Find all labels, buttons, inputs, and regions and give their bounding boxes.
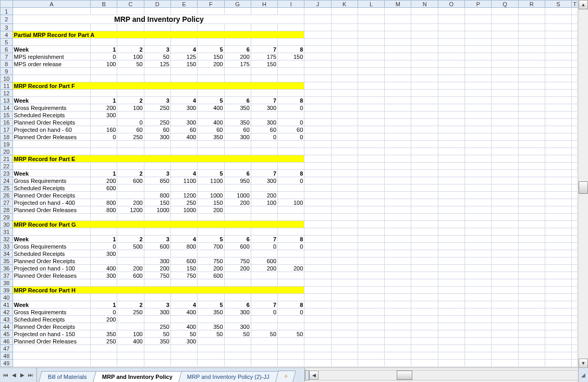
cell-C40[interactable] [117,294,144,301]
cell-L37[interactable] [358,272,384,279]
column-header-T[interactable]: T [572,1,578,8]
cell-M35[interactable] [385,257,411,265]
cell-C10[interactable] [117,75,144,82]
horizontal-scroll-thumb[interactable] [397,371,412,380]
cell-N7[interactable] [411,53,438,60]
cell-P9[interactable] [465,68,492,75]
data-cell[interactable]: 600 [198,272,224,279]
cell-O2[interactable] [438,15,464,24]
cell-O13[interactable] [438,97,464,104]
cell-D12[interactable] [144,90,170,97]
cell-L17[interactable] [358,126,384,133]
data-cell[interactable] [144,184,170,192]
cell-T8[interactable] [572,60,578,68]
cell-J29[interactable] [304,214,331,221]
data-cell[interactable] [198,184,224,192]
cell-T20[interactable] [572,148,578,155]
cell-D3[interactable] [144,24,170,31]
cell-M21[interactable] [385,155,411,163]
row-label[interactable]: MPS replenishment [13,53,91,60]
cell-Q17[interactable] [492,126,518,133]
cell-R42[interactable] [518,309,545,316]
row-header-31[interactable]: 31 [1,228,13,236]
cell-E47[interactable] [170,345,197,352]
cell-R14[interactable] [518,104,545,112]
cell-R16[interactable] [518,119,545,126]
week-number[interactable]: 8 [278,46,304,53]
cell-O6[interactable] [438,46,464,53]
cell-C31[interactable] [117,228,144,236]
cell-H47[interactable] [251,345,277,352]
cell-T15[interactable] [572,112,578,119]
cell-N19[interactable] [411,141,438,148]
data-cell[interactable] [198,112,224,119]
data-cell[interactable] [198,316,224,323]
row-header-13[interactable]: 13 [1,97,13,104]
cell-S40[interactable] [545,294,571,301]
cell-R36[interactable] [518,265,545,272]
cell-B22[interactable] [91,163,117,170]
cell-R2[interactable] [518,15,545,24]
cell-H29[interactable] [251,214,277,221]
cell-E10[interactable] [170,75,197,82]
cell-H22[interactable] [251,163,277,170]
cell-K38[interactable] [331,279,358,287]
cell-D31[interactable] [144,228,170,236]
cell-R38[interactable] [518,279,545,287]
cell-Q42[interactable] [492,309,518,316]
data-cell[interactable]: 50 [278,330,304,338]
data-cell[interactable] [117,257,144,265]
cell-B20[interactable] [91,148,117,155]
horizontal-scroll-track[interactable] [318,370,579,380]
cell-T49[interactable] [572,360,578,367]
data-cell[interactable]: 0 [278,104,304,112]
row-header-5[interactable]: 5 [1,39,13,46]
cell-J15[interactable] [304,112,331,119]
cell-P19[interactable] [465,141,492,148]
week-number[interactable]: 5 [198,236,224,243]
data-cell[interactable]: 350 [198,323,224,330]
cell-O28[interactable] [438,206,464,214]
cell-Q5[interactable] [492,39,518,46]
cell-S33[interactable] [545,243,571,250]
cell-K42[interactable] [331,309,358,316]
cell-T12[interactable] [572,90,578,97]
column-header-K[interactable]: K [331,1,358,8]
cell-R17[interactable] [518,126,545,133]
data-cell[interactable] [278,338,304,345]
last-sheet-button[interactable]: ⏭ [27,372,34,379]
cell-T7[interactable] [572,53,578,60]
week-number[interactable]: 3 [144,170,170,177]
cell-O37[interactable] [438,272,464,279]
cell-P26[interactable] [465,192,492,199]
cell-L24[interactable] [358,177,384,184]
cell-M45[interactable] [385,330,411,338]
cell-M7[interactable] [385,53,411,60]
cell-O39[interactable] [438,287,464,294]
cell-R6[interactable] [518,46,545,53]
cell-N5[interactable] [411,39,438,46]
week-number[interactable]: 6 [224,97,251,104]
data-cell[interactable]: 200 [144,265,170,272]
cell-F47[interactable] [198,345,224,352]
cell-O48[interactable] [438,352,464,360]
data-cell[interactable]: 600 [91,184,117,192]
cell-B10[interactable] [91,75,117,82]
cell-K1[interactable] [331,8,358,15]
data-cell[interactable]: 125 [144,60,170,68]
cell-T2[interactable] [572,15,578,24]
cell-C49[interactable] [117,360,144,367]
cell-T23[interactable] [572,170,578,177]
cell-O21[interactable] [438,155,464,163]
cell-I3[interactable] [278,24,304,31]
column-header-B[interactable]: B [91,1,117,8]
column-header-S[interactable]: S [545,1,571,8]
cell-N13[interactable] [411,97,438,104]
cell-O8[interactable] [438,60,464,68]
cell-K8[interactable] [331,60,358,68]
cell-H31[interactable] [251,228,277,236]
cell-B3[interactable] [91,24,117,31]
cell-G49[interactable] [224,360,251,367]
cell-K11[interactable] [331,82,358,90]
cell-A49[interactable] [13,360,91,367]
